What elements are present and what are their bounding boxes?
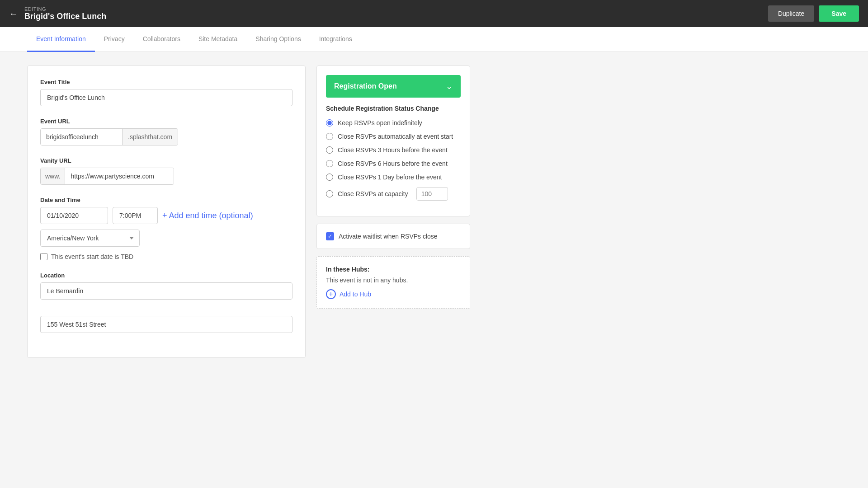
add-end-time-label: Add end time (optional) [169, 211, 253, 221]
waitlist-row: ✓ Activate waitlist when RSVPs close [316, 224, 470, 249]
vanity-url-label: Vanity URL [40, 157, 292, 164]
capacity-input[interactable] [416, 187, 448, 201]
event-title-label: Event Title [40, 79, 292, 85]
vanity-url-wrapper: www. [40, 168, 174, 185]
radio-keep-open[interactable] [326, 119, 333, 127]
tab-integrations[interactable]: Integrations [310, 27, 361, 52]
add-to-hub-label: Add to Hub [340, 291, 371, 298]
address-input[interactable] [40, 316, 292, 333]
back-button[interactable]: ← [9, 9, 18, 19]
main-content: Event Title Event URL .splashthat.com Va… [0, 52, 497, 371]
tab-privacy[interactable]: Privacy [95, 27, 134, 52]
header-right: Duplicate Save [768, 5, 859, 22]
location-input[interactable] [40, 282, 292, 300]
timezone-select[interactable]: America/New York [40, 230, 140, 247]
tabs-nav: Event Information Privacy Collaborators … [0, 27, 868, 52]
datetime-row: + Add end time (optional) [40, 207, 292, 224]
add-to-hub-button[interactable]: + Add to Hub [326, 289, 461, 299]
header: ← EDITING Brigid's Office Lunch Duplicat… [0, 0, 868, 27]
hubs-desc: This event is not in any hubs. [326, 277, 461, 284]
right-panel: Registration Open ⌄ Schedule Registratio… [316, 66, 470, 358]
event-url-input[interactable] [41, 129, 122, 145]
tab-site-metadata[interactable]: Site Metadata [189, 27, 246, 52]
datetime-label: Date and Time [40, 197, 292, 203]
address-group [40, 316, 292, 333]
radio-keep-open-label: Keep RSVPs open indefinitely [338, 119, 422, 127]
radio-close-1d[interactable] [326, 174, 333, 181]
tab-collaborators[interactable]: Collaborators [134, 27, 189, 52]
radio-close-3h-label: Close RSVPs 3 Hours before the event [338, 146, 448, 154]
radio-option-5[interactable]: Close RSVPs 1 Day before the event [326, 174, 461, 181]
tbd-label: This event's start date is TBD [51, 253, 133, 260]
add-end-time-button[interactable]: + Add end time (optional) [162, 211, 253, 221]
vanity-url-input[interactable] [65, 168, 174, 184]
date-input[interactable] [40, 207, 108, 224]
location-label: Location [40, 272, 292, 279]
registration-status-card: Registration Open ⌄ Schedule Registratio… [316, 66, 470, 216]
time-input[interactable] [113, 207, 158, 224]
radio-option-1[interactable]: Keep RSVPs open indefinitely [326, 119, 461, 127]
tab-sharing-options[interactable]: Sharing Options [246, 27, 310, 52]
header-left: ← EDITING Brigid's Office Lunch [9, 6, 106, 21]
event-url-group: Event URL .splashthat.com [40, 118, 292, 145]
radio-option-2[interactable]: Close RSVPs automatically at event start [326, 133, 461, 140]
plus-icon: + [162, 211, 167, 221]
waitlist-label: Activate waitlist when RSVPs close [339, 233, 438, 240]
vanity-url-group: Vanity URL www. [40, 157, 292, 185]
registration-status-dropdown[interactable]: Registration Open ⌄ [326, 75, 461, 98]
chevron-down-icon: ⌄ [446, 81, 453, 91]
tbd-row: This event's start date is TBD [40, 253, 292, 260]
radio-close-6h-label: Close RSVPs 6 Hours before the event [338, 160, 448, 167]
save-button[interactable]: Save [819, 5, 859, 22]
radio-close-event-start[interactable] [326, 133, 333, 140]
radio-option-6[interactable]: Close RSVPs at capacity [326, 187, 461, 201]
vanity-prefix: www. [41, 168, 65, 184]
radio-option-3[interactable]: Close RSVPs 3 Hours before the event [326, 146, 461, 154]
radio-close-6h[interactable] [326, 160, 333, 167]
datetime-group: Date and Time + Add end time (optional) … [40, 197, 292, 260]
duplicate-button[interactable]: Duplicate [768, 5, 814, 22]
editing-label: EDITING [24, 6, 106, 12]
radio-close-3h[interactable] [326, 146, 333, 154]
tab-event-information[interactable]: Event Information [27, 27, 95, 52]
radio-close-1d-label: Close RSVPs 1 Day before the event [338, 174, 442, 181]
radio-close-capacity-label: Close RSVPs at capacity [338, 190, 408, 197]
hubs-title: In these Hubs: [326, 266, 461, 273]
schedule-title: Schedule Registration Status Change [326, 105, 461, 112]
event-url-wrapper: .splashthat.com [40, 128, 178, 145]
radio-option-4[interactable]: Close RSVPs 6 Hours before the event [326, 160, 461, 167]
tbd-checkbox[interactable] [40, 253, 47, 260]
url-suffix: .splashthat.com [122, 129, 178, 145]
location-group: Location [40, 272, 292, 304]
event-name-header: Brigid's Office Lunch [24, 12, 106, 21]
header-title-group: EDITING Brigid's Office Lunch [24, 6, 106, 21]
left-panel: Event Title Event URL .splashthat.com Va… [27, 66, 306, 358]
registration-status-text: Registration Open [334, 82, 397, 90]
event-title-input[interactable] [40, 89, 292, 106]
radio-close-capacity[interactable] [326, 190, 333, 197]
plus-circle-icon: + [326, 289, 336, 299]
event-url-label: Event URL [40, 118, 292, 125]
event-title-group: Event Title [40, 79, 292, 106]
waitlist-checkbox[interactable]: ✓ [326, 232, 334, 240]
radio-close-event-start-label: Close RSVPs automatically at event start [338, 133, 453, 140]
hubs-card: In these Hubs: This event is not in any … [316, 256, 470, 309]
